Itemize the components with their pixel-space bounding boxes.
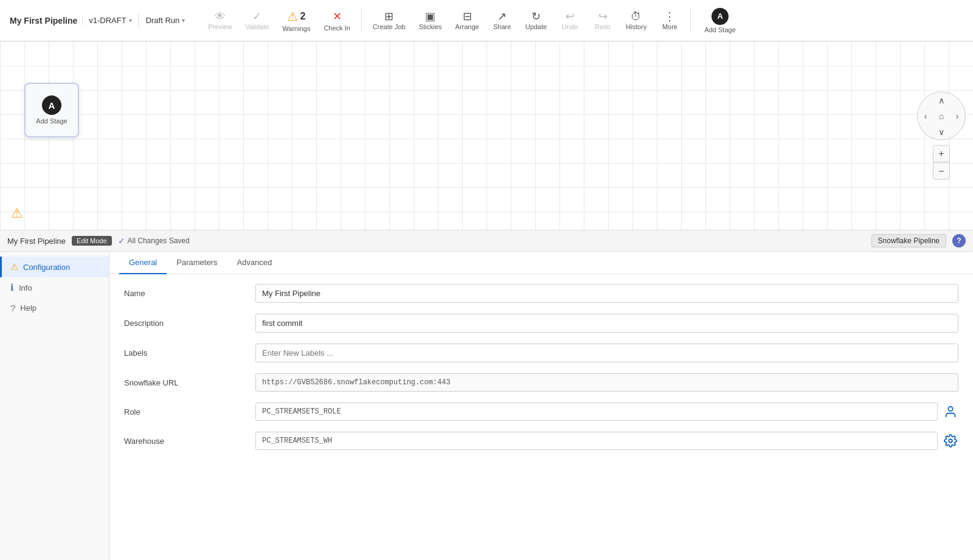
add-stage-button[interactable]: A Add Stage (698, 4, 741, 38)
tab-general[interactable]: General (119, 252, 167, 274)
saved-status-text: All Changes Saved (128, 237, 190, 245)
update-icon: ↻ (532, 11, 541, 22)
tab-advanced[interactable]: Advanced (227, 252, 282, 274)
arrange-button[interactable]: ⊟ Arrange (449, 4, 485, 38)
warnings-count: 2 (300, 11, 305, 22)
snowflake-pipeline-badge: Snowflake Pipeline (871, 234, 946, 247)
form-row-name: Name (124, 284, 958, 303)
run-mode-label: Draft Run (146, 16, 180, 25)
edit-mode-badge: Edit Mode (72, 236, 112, 246)
labels-field-wrap (255, 344, 958, 362)
checkin-button[interactable]: ✕ Check In (317, 4, 356, 38)
saved-check-icon: ✓ (118, 236, 125, 246)
share-button[interactable]: ↗ Share (486, 4, 518, 38)
history-button[interactable]: ⏱ History (620, 4, 653, 38)
nav-down-button[interactable]: ∨ (934, 125, 949, 139)
zoom-out-button[interactable]: − (933, 163, 950, 180)
name-field-wrap (255, 284, 958, 303)
warnings-top: ⚠ 2 (287, 9, 305, 24)
redo-button[interactable]: ↪ Redo (587, 4, 618, 38)
redo-label: Redo (595, 23, 611, 30)
sidebar-item-configuration-label: Configuration (23, 263, 70, 272)
nav-right-button[interactable]: › (950, 109, 964, 123)
nav-up-button[interactable]: ∧ (934, 93, 949, 108)
checkin-icon: ✕ (333, 10, 342, 23)
undo-icon: ↩ (566, 11, 575, 22)
snowflake-url-label: Snowflake URL (124, 373, 246, 387)
more-icon: ⋮ (664, 11, 675, 22)
preview-label: Preview (208, 23, 232, 30)
warehouse-field-wrap (255, 432, 958, 450)
help-button[interactable]: ? (952, 234, 966, 247)
sidebar-item-info[interactable]: ℹ Info (0, 277, 109, 298)
toolbar: My First Pipeline v1-DRAFT ▾ Draft Run ▾… (0, 0, 973, 41)
canvas-area[interactable]: A Add Stage ⚠ ∧ ‹ ⌂ › ∨ + − (0, 41, 973, 230)
warnings-label: Warnings (282, 25, 310, 32)
stage-node[interactable]: A Add Stage (24, 83, 79, 137)
role-user-button[interactable] (943, 404, 958, 420)
update-button[interactable]: ↻ Update (519, 4, 553, 38)
svg-point-0 (948, 407, 952, 411)
preview-button[interactable]: 👁 Preview (202, 4, 238, 38)
configuration-warning-icon: ⚠ (10, 261, 18, 272)
tabs-bar: General Parameters Advanced (109, 252, 973, 274)
history-label: History (626, 23, 646, 30)
description-input[interactable] (255, 314, 958, 333)
sidebar-item-configuration[interactable]: ⚠ Configuration (0, 257, 109, 277)
saved-status: ✓ All Changes Saved (118, 236, 190, 246)
status-bar: My First Pipeline Edit Mode ✓ All Change… (0, 230, 973, 252)
more-label: More (662, 23, 677, 30)
run-mode-dropdown[interactable]: Draft Run ▾ (139, 13, 193, 27)
nav-home-button[interactable]: ⌂ (934, 109, 949, 123)
more-button[interactable]: ⋮ More (654, 4, 685, 38)
stickies-button[interactable]: ▣ Stickies (413, 4, 448, 38)
content-panel: General Parameters Advanced Name Descrip… (109, 252, 973, 560)
create-job-icon: ⊞ (384, 11, 393, 22)
share-label: Share (493, 23, 511, 30)
preview-icon: 👁 (215, 11, 226, 22)
nav-left-button[interactable]: ‹ (918, 109, 933, 123)
name-input[interactable] (255, 284, 958, 303)
snowflake-url-input[interactable] (255, 373, 958, 392)
checkin-label: Check In (324, 24, 350, 32)
toolbar-sep-2 (690, 9, 691, 33)
toolbar-mid-group: ⊞ Create Job ▣ Stickies ⊟ Arrange ↗ Shar… (367, 4, 686, 38)
zoom-in-button[interactable]: + (933, 145, 950, 162)
labels-input[interactable] (255, 344, 958, 362)
validate-button[interactable]: ✓ Validate (239, 4, 275, 38)
warning-icon: ⚠ (287, 9, 298, 24)
role-input[interactable] (255, 403, 938, 421)
history-icon: ⏱ (631, 11, 642, 22)
warehouse-gear-button[interactable] (943, 433, 958, 449)
warnings-button[interactable]: ⚠ 2 Warnings (276, 4, 316, 38)
description-field-wrap (255, 314, 958, 333)
role-label: Role (124, 403, 246, 417)
form-row-snowflake-url: Snowflake URL (124, 373, 958, 392)
form-row-warehouse: Warehouse (124, 432, 958, 450)
zoom-controls: + − (933, 145, 950, 180)
name-label: Name (124, 284, 246, 298)
share-icon: ↗ (497, 11, 507, 22)
sidebar-item-info-label: Info (19, 283, 32, 292)
main-content: ⚠ Configuration ℹ Info ? Help General Pa… (0, 252, 973, 560)
validate-icon: ✓ (252, 11, 261, 22)
canvas-warning-icon: ⚠ (11, 206, 23, 221)
add-stage-label: Add Stage (704, 26, 735, 33)
status-pipeline-name: My First Pipeline (7, 237, 66, 246)
sidebar: ⚠ Configuration ℹ Info ? Help (0, 252, 109, 560)
undo-button[interactable]: ↩ Undo (554, 4, 586, 38)
create-job-button[interactable]: ⊞ Create Job (367, 4, 412, 38)
form-row-labels: Labels (124, 344, 958, 362)
nav-controls: ∧ ‹ ⌂ › ∨ + − (917, 92, 966, 180)
description-label: Description (124, 314, 246, 328)
version-dropdown[interactable]: v1-DRAFT ▾ (83, 13, 138, 27)
arrange-icon: ⊟ (463, 11, 472, 22)
warehouse-input[interactable] (255, 432, 938, 450)
sidebar-item-help[interactable]: ? Help (0, 298, 109, 318)
warehouse-label: Warehouse (124, 432, 246, 446)
update-label: Update (525, 23, 547, 30)
tab-parameters[interactable]: Parameters (167, 252, 227, 274)
role-field-wrap (255, 403, 958, 421)
form-row-role: Role (124, 403, 958, 421)
redo-icon: ↪ (598, 11, 608, 22)
